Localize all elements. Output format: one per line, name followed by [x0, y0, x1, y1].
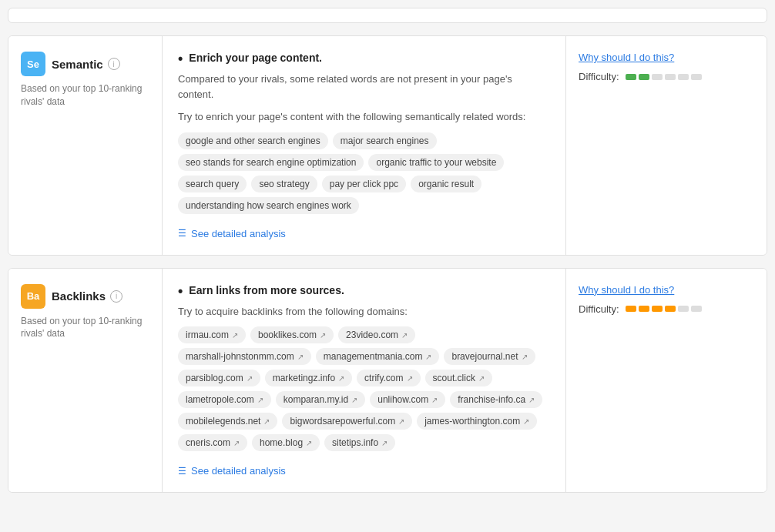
semantic-card: Se Semantic i Based on your top 10-ranki…: [8, 35, 767, 256]
backlinks-title: Backlinks: [52, 289, 106, 303]
tag-seo-stands: seo stands for search engine optimizatio…: [178, 154, 364, 171]
backlinks-why-title[interactable]: Why should I do this?: [579, 284, 754, 296]
semantic-difficulty-bar: [626, 74, 702, 80]
link-franchise[interactable]: franchise-info.ca ↗: [450, 391, 542, 408]
semantic-difficulty-row: Difficulty:: [579, 71, 754, 82]
link-ctrify[interactable]: ctrify.com ↗: [357, 370, 420, 386]
ext-icon: ↗: [401, 331, 408, 340]
backlinks-card: Ba Backlinks i Based on your top 10-rank…: [8, 268, 767, 494]
list-icon: ☰: [178, 228, 186, 239]
link-managementmania[interactable]: managementmania.com ↗: [316, 348, 440, 365]
top-empty-card: [8, 8, 767, 23]
link-irmau[interactable]: irmau.com ↗: [178, 326, 246, 343]
ext-icon: ↗: [398, 417, 404, 426]
tag-understanding-search: understanding how search engines work: [178, 197, 359, 214]
backlinks-card-right: Why should I do this? Difficulty:: [566, 269, 767, 493]
seg-4: [665, 74, 676, 80]
ext-icon: ↗: [523, 417, 529, 426]
link-scout-click[interactable]: scout.click ↗: [425, 370, 492, 386]
seg-6: [691, 74, 702, 80]
tag-search-query: search query: [178, 176, 247, 192]
ext-icon: ↗: [522, 353, 528, 361]
ext-icon: ↗: [232, 331, 238, 340]
semantic-why-title[interactable]: Why should I do this?: [579, 52, 754, 63]
seg-5: [678, 74, 689, 80]
seg-2: [639, 74, 649, 80]
ext-icon: ↗: [297, 353, 304, 361]
bseg-2: [639, 306, 649, 312]
link-marketingz[interactable]: marketingz.info ↗: [265, 370, 352, 386]
link-lametropole[interactable]: lametropole.com ↗: [178, 391, 271, 408]
bseg-4: [665, 306, 676, 312]
link-cneris[interactable]: cneris.com ↗: [178, 434, 247, 451]
semantic-description2: Try to enrich your page's content with t…: [178, 109, 550, 125]
semantic-tags-container: google and other search engines major se…: [178, 132, 550, 214]
backlinks-see-analysis-link[interactable]: ☰ See detailed analysis: [178, 465, 286, 477]
semantic-card-middle: • Enrich your page content. Compared to …: [163, 36, 566, 255]
link-parsiblog[interactable]: parsiblog.com ↗: [178, 370, 260, 386]
backlinks-subtitle: Based on your top 10-ranking rivals' dat…: [21, 315, 149, 341]
ext-icon: ↗: [425, 353, 431, 361]
bseg-3: [652, 306, 663, 312]
tag-major-search-engines: major search engines: [333, 132, 437, 149]
tag-google-search-engines: google and other search engines: [178, 132, 328, 149]
link-sitetips[interactable]: sitetips.info ↗: [324, 434, 395, 451]
seg-1: [626, 74, 636, 80]
backlinks-difficulty-bar: [626, 306, 702, 312]
bseg-5: [678, 306, 689, 312]
backlinks-main-point: • Earn links from more sources.: [178, 284, 550, 298]
semantic-subtitle: Based on your top 10-ranking rivals' dat…: [21, 82, 149, 109]
link-bravejournal[interactable]: bravejournal.net ↗: [444, 348, 535, 365]
bseg-6: [691, 306, 702, 312]
ext-icon: ↗: [338, 374, 344, 383]
ext-icon: ↗: [381, 439, 388, 447]
link-23video[interactable]: 23video.com ↗: [338, 326, 415, 343]
ext-icon: ↗: [257, 396, 263, 404]
backlinks-difficulty-label: Difficulty:: [579, 303, 619, 315]
seg-3: [652, 74, 663, 80]
tag-pay-per-click: pay per click ppc: [322, 176, 406, 192]
ext-icon: ↗: [306, 439, 312, 447]
link-mobilelegends[interactable]: mobilelegends.net ↗: [178, 413, 277, 430]
backlinks-badge: Ba: [21, 284, 45, 309]
ext-icon: ↗: [351, 396, 357, 404]
backlinks-info-icon[interactable]: i: [110, 290, 122, 303]
bullet-icon-2: •: [178, 284, 183, 298]
list-icon-2: ☰: [178, 466, 186, 477]
link-booklikes[interactable]: booklikes.com ↗: [250, 326, 334, 343]
link-bigwords[interactable]: bigwordsarepowerful.com ↗: [282, 413, 412, 430]
link-homeblog[interactable]: home.blog ↗: [252, 434, 320, 451]
link-james[interactable]: james-worthington.com ↗: [417, 413, 537, 430]
backlinks-card-left: Ba Backlinks i Based on your top 10-rank…: [8, 269, 163, 493]
backlinks-tags-container: irmau.com ↗ booklikes.com ↗ 23video.com …: [178, 326, 550, 451]
semantic-description1: Compared to your rivals, some related wo…: [178, 72, 550, 102]
link-unlihow[interactable]: unlihow.com ↗: [370, 391, 445, 408]
ext-icon: ↗: [431, 396, 438, 404]
semantic-difficulty-label: Difficulty:: [579, 71, 619, 82]
ext-icon: ↗: [528, 396, 535, 404]
semantic-card-left: Se Semantic i Based on your top 10-ranki…: [8, 36, 163, 255]
semantic-badge: Se: [21, 52, 45, 76]
backlinks-difficulty-row: Difficulty:: [579, 303, 754, 315]
ext-icon: ↗: [263, 417, 270, 426]
ext-icon: ↗: [478, 374, 485, 383]
semantic-main-point: • Enrich your page content.: [178, 52, 550, 65]
bseg-1: [626, 306, 636, 312]
tag-seo-strategy: seo strategy: [251, 176, 317, 192]
semantic-info-icon[interactable]: i: [108, 58, 120, 70]
ext-icon: ↗: [247, 374, 253, 383]
tag-organic-traffic: organic traffic to your website: [368, 154, 504, 171]
backlinks-description: Try to acquire backlinks from the follow…: [178, 304, 550, 320]
ext-icon: ↗: [233, 439, 240, 447]
backlinks-card-middle: • Earn links from more sources. Try to a…: [163, 269, 566, 493]
link-marshall[interactable]: marshall-johnstonmm.com ↗: [178, 348, 311, 365]
ext-icon: ↗: [320, 331, 326, 340]
bullet-icon: •: [178, 52, 183, 65]
link-komparan[interactable]: komparan.my.id ↗: [276, 391, 365, 408]
ext-icon: ↗: [407, 374, 413, 383]
tag-organic-result: organic result: [411, 176, 481, 192]
semantic-title: Semantic: [52, 58, 103, 71]
semantic-card-right: Why should I do this? Difficulty:: [566, 36, 767, 255]
semantic-see-analysis-link[interactable]: ☰ See detailed analysis: [178, 228, 286, 239]
